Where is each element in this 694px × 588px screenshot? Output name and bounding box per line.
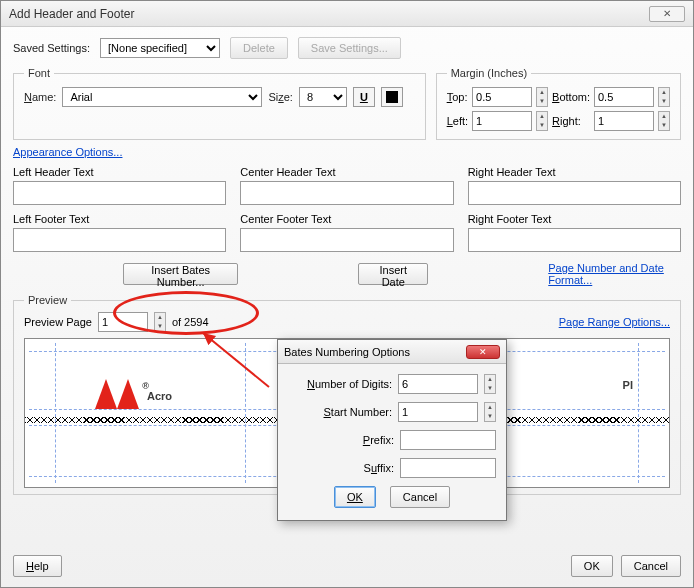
insert-date-button[interactable]: Insert Date [358, 263, 428, 285]
right-header-input[interactable] [468, 181, 681, 205]
page-range-link[interactable]: Page Range Options... [559, 316, 670, 328]
left-header-input[interactable] [13, 181, 226, 205]
saved-settings-select[interactable]: [None specified] [100, 38, 220, 58]
start-label: Start Number: [300, 406, 392, 418]
margin-left-input[interactable] [472, 111, 532, 131]
spin-icon[interactable]: ▲▼ [154, 312, 166, 332]
margin-fieldset: Margin (Inches) Top: ▲▼ Bottom: ▲▼ Left:… [436, 67, 681, 140]
preview-content: PI [623, 379, 633, 391]
saved-settings-label: Saved Settings: [13, 42, 90, 54]
margin-top-label: Top: [447, 91, 468, 103]
margin-bottom-input[interactable] [594, 87, 654, 107]
margin-bottom-label: Bottom: [552, 91, 590, 103]
color-icon[interactable] [381, 87, 403, 107]
left-header-label: Left Header Text [13, 166, 226, 178]
cancel-button[interactable]: Cancel [621, 555, 681, 577]
font-fieldset: Font Name: Arial Size: 8 U [13, 67, 426, 140]
suffix-label: Suffix: [302, 462, 394, 474]
header-footer-dialog: Add Header and Footer ✕ Saved Settings: … [0, 0, 694, 588]
page-number-format-link[interactable]: Page Number and Date Format... [548, 262, 681, 286]
center-footer-label: Center Footer Text [240, 213, 453, 225]
right-footer-input[interactable] [468, 228, 681, 252]
font-name-select[interactable]: Arial [62, 87, 262, 107]
font-legend: Font [24, 67, 54, 79]
right-footer-label: Right Footer Text [468, 213, 681, 225]
spin-icon[interactable]: ▲▼ [536, 111, 548, 131]
window-title: Add Header and Footer [9, 7, 134, 21]
preview-content: ® Acro [95, 379, 172, 413]
ok-button[interactable]: OK [571, 555, 613, 577]
digits-label: Number of Digits: [300, 378, 392, 390]
center-footer-input[interactable] [240, 228, 453, 252]
close-icon[interactable]: ✕ [649, 6, 685, 22]
prefix-label: Prefix: [302, 434, 394, 446]
digits-input[interactable] [398, 374, 478, 394]
preview-page-input[interactable] [98, 312, 148, 332]
font-size-label: Size: [268, 91, 292, 103]
help-button[interactable]: Help [13, 555, 62, 577]
preview-total: of 2594 [172, 316, 209, 328]
center-header-label: Center Header Text [240, 166, 453, 178]
margin-right-input[interactable] [594, 111, 654, 131]
spin-icon[interactable]: ▲▼ [658, 87, 670, 107]
bates-cancel-button[interactable]: Cancel [390, 486, 450, 508]
left-footer-input[interactable] [13, 228, 226, 252]
right-header-label: Right Header Text [468, 166, 681, 178]
spin-icon[interactable]: ▲▼ [536, 87, 548, 107]
spin-icon[interactable]: ▲▼ [484, 374, 496, 394]
insert-bates-button[interactable]: Insert Bates Number... [123, 263, 238, 285]
margin-legend: Margin (Inches) [447, 67, 531, 79]
start-input[interactable] [398, 402, 478, 422]
spin-icon[interactable]: ▲▼ [658, 111, 670, 131]
bates-dialog-title: Bates Numbering Options [284, 346, 410, 358]
appearance-options-link[interactable]: Appearance Options... [13, 146, 122, 158]
left-footer-label: Left Footer Text [13, 213, 226, 225]
underline-icon[interactable]: U [353, 87, 375, 107]
font-name-label: Name: [24, 91, 56, 103]
bates-ok-button[interactable]: OK [334, 486, 376, 508]
suffix-input[interactable] [400, 458, 496, 478]
center-header-input[interactable] [240, 181, 453, 205]
margin-right-label: Right: [552, 115, 590, 127]
margin-top-input[interactable] [472, 87, 532, 107]
preview-legend: Preview [24, 294, 71, 306]
close-icon[interactable]: ✕ [466, 345, 500, 359]
titlebar: Add Header and Footer ✕ [1, 1, 693, 27]
spin-icon[interactable]: ▲▼ [484, 402, 496, 422]
margin-left-label: Left: [447, 115, 468, 127]
preview-page-label: Preview Page [24, 316, 92, 328]
delete-button[interactable]: Delete [230, 37, 288, 59]
adobe-logo-icon: ® [95, 379, 139, 413]
font-size-select[interactable]: 8 [299, 87, 347, 107]
save-settings-button[interactable]: Save Settings... [298, 37, 401, 59]
prefix-input[interactable] [400, 430, 496, 450]
bates-options-dialog: Bates Numbering Options ✕ Number of Digi… [277, 339, 507, 521]
